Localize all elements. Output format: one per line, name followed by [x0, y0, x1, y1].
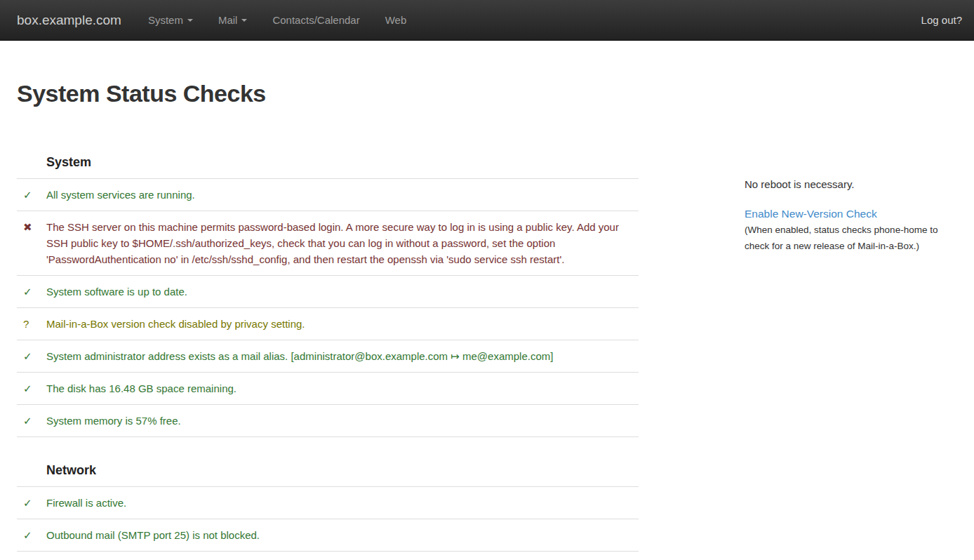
status-check-text: System memory is 57% free. [46, 413, 639, 429]
nav-item-mail[interactable]: Mail [206, 0, 260, 40]
navbar-menu: System Mail Contacts/Calendar Web [135, 0, 419, 40]
logout-link[interactable]: Log out? [921, 14, 962, 26]
chevron-down-icon [187, 19, 193, 22]
status-ok-icon: ✓ [17, 527, 46, 543]
status-check-row: ✓ System software is up to date. [17, 276, 639, 308]
nav-item-system[interactable]: System [135, 0, 206, 40]
status-check-row: ✓ System administrator address exists as… [17, 340, 639, 373]
status-check-row: ✖ The SSH server on this machine permits… [17, 211, 639, 276]
status-ok-icon: ✓ [17, 348, 46, 364]
nav-item-contacts-calendar[interactable]: Contacts/Calendar [260, 0, 372, 40]
status-ok-icon: ✓ [17, 284, 46, 300]
status-check-row: ✓ All system services are running. [17, 179, 639, 211]
section-heading: Network [17, 462, 639, 478]
status-check-text: The SSH server on this machine permits p… [46, 219, 639, 267]
status-ok-icon: ✓ [17, 413, 46, 429]
status-ok-icon: ✓ [17, 380, 46, 396]
status-check-row: ? Mail-in-a-Box version check disabled b… [17, 308, 639, 340]
main-content: System Status Checks System ✓ All system… [0, 41, 974, 552]
status-check-row: ✓ System memory is 57% free. [17, 405, 639, 437]
status-checks-table: System ✓ All system services are running… [17, 129, 639, 552]
status-check-row: ✓ The disk has 16.48 GB space remaining. [17, 373, 639, 405]
nav-item-label: Web [385, 14, 407, 26]
status-ok-icon: ✓ [17, 187, 46, 203]
section-heading: System [17, 154, 639, 170]
status-check-text: System software is up to date. [46, 284, 639, 300]
status-check-text: Mail-in-a-Box version check disabled by … [46, 316, 639, 332]
nav-item-web[interactable]: Web [373, 0, 420, 40]
status-ok-icon: ✓ [17, 495, 46, 511]
nav-item-label: Contacts/Calendar [272, 14, 359, 26]
status-check-text: Outbound mail (SMTP port 25) is not bloc… [46, 527, 639, 543]
status-check-text: The disk has 16.48 GB space remaining. [46, 380, 639, 396]
page-title: System Status Checks [17, 81, 974, 107]
status-check-row: ✓ Firewall is active. [17, 487, 639, 519]
status-check-text: Firewall is active. [46, 495, 639, 511]
navbar: box.example.com System Mail Contacts/Cal… [0, 0, 974, 41]
reboot-status: No reboot is necessary. [745, 177, 957, 192]
status-error-icon: ✖ [17, 219, 46, 267]
section-heading-row: Network [17, 437, 639, 487]
version-check-note: (When enabled, status checks phone-home … [745, 222, 957, 254]
chevron-down-icon [241, 19, 247, 22]
status-warning-icon: ? [17, 316, 46, 332]
enable-version-check-link[interactable]: Enable New-Version Check [745, 206, 877, 222]
nav-item-label: Mail [218, 14, 238, 26]
status-check-text: System administrator address exists as a… [46, 348, 639, 364]
sidebar: No reboot is necessary. Enable New-Versi… [745, 177, 957, 254]
section-heading-row: System [17, 129, 639, 179]
status-check-row: ✓ Outbound mail (SMTP port 25) is not bl… [17, 519, 639, 552]
navbar-brand[interactable]: box.example.com [17, 13, 121, 28]
status-check-text: All system services are running. [46, 187, 639, 203]
nav-item-label: System [148, 14, 183, 26]
